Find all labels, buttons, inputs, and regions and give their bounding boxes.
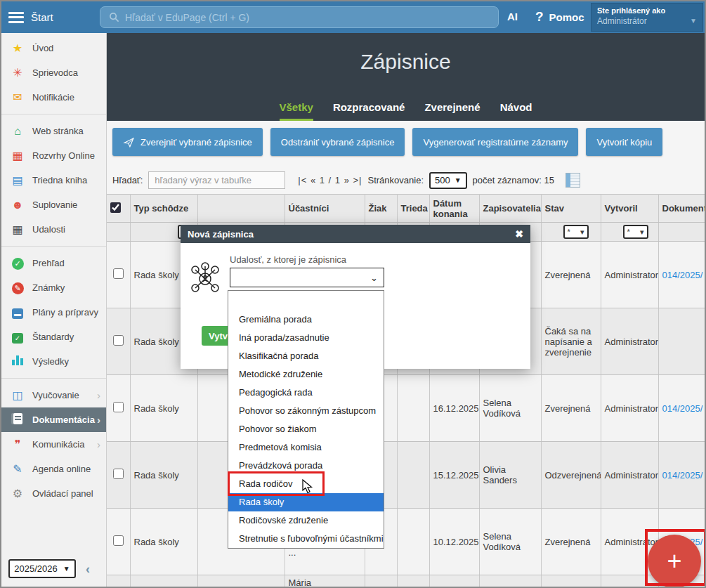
pagination-controls[interactable]: |< « 1 / 1 » >| bbox=[298, 175, 362, 185]
table-header-row: Typ schôdze Účastníci Žiak Trieda Dátum … bbox=[107, 195, 705, 223]
help-label: Pomoc bbox=[549, 11, 584, 23]
option-predmetova-komisia[interactable]: Predmetová komisia bbox=[228, 438, 384, 457]
option-pohovor-so-zakonnym-zastupcom[interactable]: Pohovor so zákonným zástupcom bbox=[228, 402, 384, 420]
create-copy-button[interactable]: Vytvoriť kópiu bbox=[586, 128, 662, 156]
sidebar-item-uvod[interactable]: ★ Úvod bbox=[1, 36, 106, 60]
option-metodicke-zdruzenie[interactable]: Metodické združenie bbox=[228, 365, 384, 384]
add-record-fab[interactable]: + bbox=[648, 535, 701, 588]
modal-title: Nová zápisnica bbox=[188, 229, 254, 240]
substitute-person-icon: ☻ bbox=[10, 199, 25, 211]
plus-icon: + bbox=[667, 547, 681, 576]
question-mark-icon: ? bbox=[535, 9, 544, 25]
sidebar-item-web-stranka[interactable]: ⌂ Web stránka bbox=[1, 119, 106, 143]
col-datum-konania: Dátum konania bbox=[429, 195, 479, 223]
option-klasifikacna-porada[interactable]: Klasifikačná porada bbox=[228, 347, 384, 365]
row-checkbox[interactable] bbox=[113, 268, 124, 279]
option-pedagogicka-rada[interactable]: Pedagogická rada bbox=[228, 384, 384, 402]
help-button[interactable]: ? Pomoc bbox=[535, 9, 584, 25]
sidebar-item-agenda-online[interactable]: ✎ Agenda online bbox=[1, 457, 106, 481]
event-type-select[interactable]: ⌄ bbox=[230, 268, 384, 287]
username: Administrátor bbox=[597, 16, 697, 26]
stav-filter-select[interactable]: * ▾ bbox=[563, 225, 589, 239]
delete-selected-button[interactable]: Odstrániť vybrané zápisnice bbox=[270, 128, 405, 156]
option-rada-rodicov[interactable]: Rada rodičov bbox=[228, 475, 384, 493]
calendar-icon: ▦ bbox=[10, 223, 25, 236]
sidebar-item-suplovanie[interactable]: ☻ Suplovanie bbox=[1, 192, 106, 217]
pen-icon: ✎ bbox=[10, 462, 25, 476]
option-gremialna-porada[interactable]: Gremiálna porada bbox=[228, 311, 384, 329]
sidebar-item-prehlad[interactable]: ✓ Prehľad bbox=[1, 251, 106, 275]
document-icon bbox=[10, 413, 25, 427]
sidebar-item-dokumentacia[interactable]: Dokumentácia › bbox=[1, 407, 106, 432]
tab-navod[interactable]: Návod bbox=[500, 101, 532, 121]
sidebar-item-vysledky[interactable]: Výsledky bbox=[1, 349, 106, 374]
select-all-checkbox[interactable] bbox=[110, 202, 121, 213]
gear-icon: ⚙ bbox=[10, 487, 25, 500]
user-menu[interactable]: Ste prihlásený ako Administrátor ▼ bbox=[591, 3, 703, 32]
document-link[interactable]: 014/2025/ bbox=[662, 270, 703, 280]
hamburger-menu-icon[interactable] bbox=[8, 12, 24, 23]
row-checkbox[interactable] bbox=[113, 535, 124, 546]
document-link[interactable]: 014/2025/ bbox=[662, 470, 703, 481]
publish-selected-button[interactable]: Zverejniť vybrané zápisnice bbox=[112, 128, 263, 156]
tab-rozpracovane[interactable]: Rozpracované bbox=[333, 101, 405, 121]
table-search-input[interactable] bbox=[148, 171, 285, 189]
sidebar-item-notifikacie[interactable]: ✉ Notifikácie bbox=[1, 85, 106, 110]
global-search-input[interactable]: Hľadať v EduPage (Ctrl + G) bbox=[100, 6, 499, 28]
row-checkbox[interactable] bbox=[113, 335, 124, 346]
sidebar-item-ovladaci-panel[interactable]: ⚙ Ovládací panel bbox=[1, 481, 106, 506]
chevron-down-icon: ▼ bbox=[690, 17, 697, 25]
table-controls: Hľadať: |< « 1 / 1 » >| Stránkovanie: 50… bbox=[112, 171, 705, 189]
close-icon[interactable]: ✖ bbox=[515, 228, 523, 240]
table-row: Rada školy Adriana Belicová, Selena Vodí… bbox=[107, 509, 705, 575]
table-search-label: Hľadať: bbox=[112, 175, 143, 185]
document-link[interactable]: 014/2025/ bbox=[662, 403, 703, 414]
col-stav: Stav bbox=[541, 195, 601, 223]
sidebar-item-komunikacia[interactable]: ❞ Komunikácia › bbox=[1, 432, 106, 457]
bar-chart-icon bbox=[10, 355, 25, 368]
modal-header: Nová zápisnica ✖ bbox=[181, 225, 530, 243]
tab-vsetky[interactable]: Všetky bbox=[280, 101, 313, 121]
sidebar-collapse-button[interactable]: ‹ bbox=[86, 562, 90, 577]
sidebar-item-udalosti[interactable]: ▦ Udalosti bbox=[1, 217, 106, 242]
row-checkbox[interactable] bbox=[113, 469, 124, 479]
page-size-select[interactable]: 500 ▼ bbox=[429, 172, 467, 189]
option-ina-porada[interactable]: Iná porada/zasadnutie bbox=[228, 329, 384, 347]
search-icon bbox=[109, 12, 119, 22]
envelope-icon: ✉ bbox=[10, 91, 25, 104]
row-checkbox[interactable] bbox=[113, 402, 124, 412]
sidebar-item-triedna-kniha[interactable]: ▤ Triedna kniha bbox=[1, 168, 106, 192]
sidebar-divider bbox=[1, 378, 106, 379]
sidebar-item-vyucovanie[interactable]: ◫ Vyučovanie › bbox=[1, 383, 106, 407]
col-extra bbox=[197, 195, 285, 223]
chevron-down-icon: ▼ bbox=[63, 565, 70, 573]
ai-button[interactable]: AI bbox=[507, 11, 518, 22]
magic-wand-icon: ✳ bbox=[10, 66, 25, 79]
option-rodicovske-zdruzenie[interactable]: Rodičovské združenie bbox=[228, 511, 384, 530]
col-zapisovatelia: Zapisovatelia bbox=[479, 195, 541, 223]
sidebar-item-rozvrhy-online[interactable]: ▦ Rozvrhy Online bbox=[1, 143, 106, 168]
event-type-label: Udalosť, z ktorej je zápisnica bbox=[230, 254, 346, 265]
vytvoril-filter-select[interactable]: * ▾ bbox=[623, 225, 648, 239]
option-stretnutie-s-lubovolnymi[interactable]: Stretnutie s ľubovoľnými účastníkmi bbox=[228, 530, 384, 548]
shield-check-icon: ✓ bbox=[10, 331, 25, 344]
sidebar-item-sprievodca[interactable]: ✳ Sprievodca bbox=[1, 60, 106, 85]
generate-registry-records-button[interactable]: Vygenerovať registratúrne záznamy bbox=[412, 128, 578, 156]
option-rada-skoly[interactable]: Rada školy bbox=[228, 493, 384, 511]
sidebar-item-plany-a-pripravy[interactable]: ▬ Plány a prípravy bbox=[1, 300, 106, 325]
school-year-select[interactable]: 2025/2026 ▼ bbox=[8, 559, 76, 578]
global-search-placeholder: Hľadať v EduPage (Ctrl + G) bbox=[125, 12, 249, 23]
sidebar-item-standardy[interactable]: ✓ Štandardy bbox=[1, 325, 106, 349]
start-button[interactable]: Štart bbox=[31, 11, 53, 23]
option-prevadzkova-porada[interactable]: Prevádzková porada bbox=[228, 457, 384, 475]
chevron-right-icon: › bbox=[97, 389, 100, 401]
grades-icon: ✎ bbox=[10, 281, 25, 294]
column-settings-icon[interactable] bbox=[566, 173, 580, 188]
chat-bubbles-icon: ❞ bbox=[10, 438, 25, 451]
sidebar-item-znamky[interactable]: ✎ Známky bbox=[1, 275, 106, 300]
table-row: Rada školy 15.12.2025 Olivia Sanders Odz… bbox=[107, 442, 705, 509]
toolbar: Zverejniť vybrané zápisnice Odstrániť vy… bbox=[112, 128, 705, 156]
tab-zverejnene[interactable]: Zverejnené bbox=[424, 101, 480, 121]
tab-bar: Všetky Rozpracované Zverejnené Návod bbox=[107, 101, 705, 121]
option-pohovor-so-ziakom[interactable]: Pohovor so žiakom bbox=[228, 420, 384, 438]
